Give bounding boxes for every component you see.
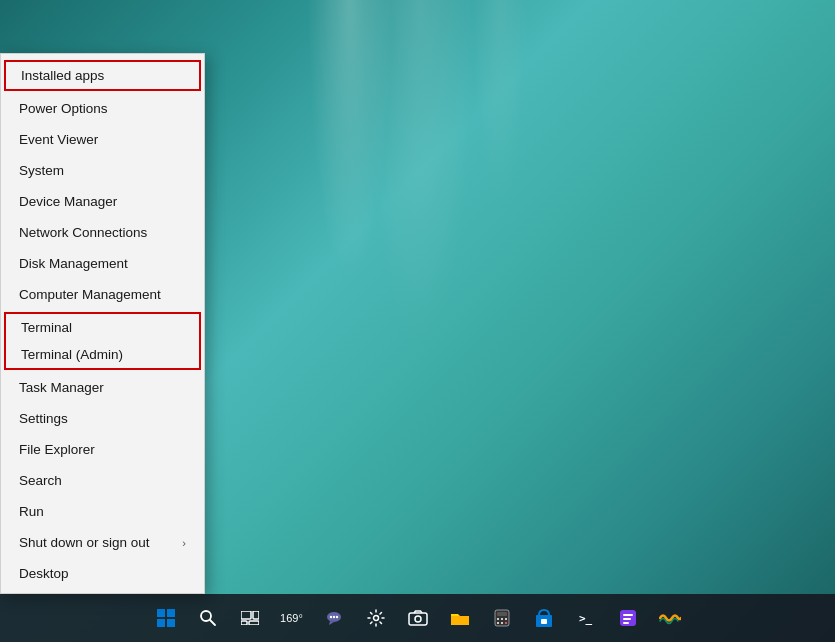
terminal-taskbar-button[interactable]: >_ bbox=[566, 598, 606, 638]
start-button[interactable] bbox=[146, 598, 186, 638]
svg-point-12 bbox=[332, 616, 334, 618]
shut-down-label: Shut down or sign out bbox=[19, 535, 150, 550]
menu-item-desktop[interactable]: Desktop bbox=[1, 558, 204, 589]
menu-item-disk-management[interactable]: Disk Management bbox=[1, 248, 204, 279]
svg-rect-8 bbox=[241, 621, 247, 625]
taskbar-search-button[interactable] bbox=[188, 598, 228, 638]
task-view-button[interactable] bbox=[230, 598, 270, 638]
store-button[interactable] bbox=[524, 598, 564, 638]
menu-item-shut-down[interactable]: Shut down or sign out › bbox=[1, 527, 204, 558]
svg-point-16 bbox=[415, 616, 421, 622]
purple-app-button[interactable] bbox=[608, 598, 648, 638]
temperature-display: 169° bbox=[280, 612, 303, 624]
shut-down-arrow-icon: › bbox=[182, 537, 186, 549]
menu-item-computer-management[interactable]: Computer Management bbox=[1, 279, 204, 310]
menu-item-terminal[interactable]: Terminal bbox=[6, 314, 199, 341]
chat-button[interactable] bbox=[314, 598, 354, 638]
menu-item-file-explorer[interactable]: File Explorer bbox=[1, 434, 204, 465]
svg-rect-15 bbox=[409, 613, 427, 625]
svg-point-13 bbox=[335, 616, 337, 618]
menu-item-search[interactable]: Search bbox=[1, 465, 204, 496]
camera-button[interactable] bbox=[398, 598, 438, 638]
context-menu: Installed apps Power Options Event Viewe… bbox=[0, 53, 205, 594]
svg-rect-27 bbox=[541, 619, 547, 624]
calculator-button[interactable] bbox=[482, 598, 522, 638]
taskbar: 169° bbox=[0, 594, 835, 642]
svg-rect-19 bbox=[497, 612, 507, 616]
folder-icon bbox=[450, 610, 470, 627]
installed-apps-highlight-box: Installed apps bbox=[4, 60, 201, 91]
task-view-icon bbox=[241, 611, 259, 625]
svg-rect-7 bbox=[253, 611, 259, 619]
terminal-glyph-icon: >_ bbox=[579, 612, 592, 625]
svg-point-20 bbox=[497, 618, 499, 620]
svg-rect-1 bbox=[167, 609, 175, 617]
svg-point-23 bbox=[497, 622, 499, 624]
svg-rect-0 bbox=[157, 609, 165, 617]
svg-rect-29 bbox=[623, 614, 633, 616]
menu-item-network-connections[interactable]: Network Connections bbox=[1, 217, 204, 248]
gear-icon bbox=[367, 609, 385, 627]
svg-rect-31 bbox=[623, 622, 629, 624]
store-icon bbox=[535, 608, 553, 628]
chat-icon bbox=[324, 608, 344, 628]
svg-rect-30 bbox=[623, 618, 631, 620]
calculator-icon bbox=[494, 609, 510, 627]
svg-point-11 bbox=[329, 616, 331, 618]
menu-item-settings[interactable]: Settings bbox=[1, 403, 204, 434]
wavy-app-button[interactable] bbox=[650, 598, 690, 638]
svg-point-21 bbox=[501, 618, 503, 620]
search-icon bbox=[199, 609, 217, 627]
menu-item-run[interactable]: Run bbox=[1, 496, 204, 527]
svg-point-22 bbox=[505, 618, 507, 620]
purple-app-icon bbox=[619, 609, 637, 627]
settings-button[interactable] bbox=[356, 598, 396, 638]
menu-item-device-manager[interactable]: Device Manager bbox=[1, 186, 204, 217]
menu-item-installed-apps[interactable]: Installed apps bbox=[6, 62, 199, 89]
desktop: Installed apps Power Options Event Viewe… bbox=[0, 0, 835, 642]
windows-logo-icon bbox=[157, 609, 175, 627]
menu-item-event-viewer[interactable]: Event Viewer bbox=[1, 124, 204, 155]
menu-item-power-options[interactable]: Power Options bbox=[1, 93, 204, 124]
wavy-app-icon bbox=[659, 609, 681, 627]
svg-rect-6 bbox=[241, 611, 251, 619]
svg-rect-9 bbox=[249, 621, 259, 625]
camera-icon bbox=[408, 610, 428, 626]
svg-rect-3 bbox=[167, 619, 175, 627]
menu-item-system[interactable]: System bbox=[1, 155, 204, 186]
svg-rect-2 bbox=[157, 619, 165, 627]
svg-line-5 bbox=[210, 620, 215, 625]
svg-rect-17 bbox=[451, 616, 469, 625]
menu-item-task-manager[interactable]: Task Manager bbox=[1, 372, 204, 403]
taskbar-center: 169° bbox=[146, 598, 690, 638]
file-explorer-button[interactable] bbox=[440, 598, 480, 638]
svg-point-14 bbox=[373, 616, 378, 621]
svg-point-24 bbox=[501, 622, 503, 624]
widgets-button[interactable]: 169° bbox=[272, 598, 312, 638]
menu-item-terminal-admin[interactable]: Terminal (Admin) bbox=[6, 341, 199, 368]
svg-point-25 bbox=[505, 622, 507, 624]
terminal-highlight-box: Terminal Terminal (Admin) bbox=[4, 312, 201, 370]
